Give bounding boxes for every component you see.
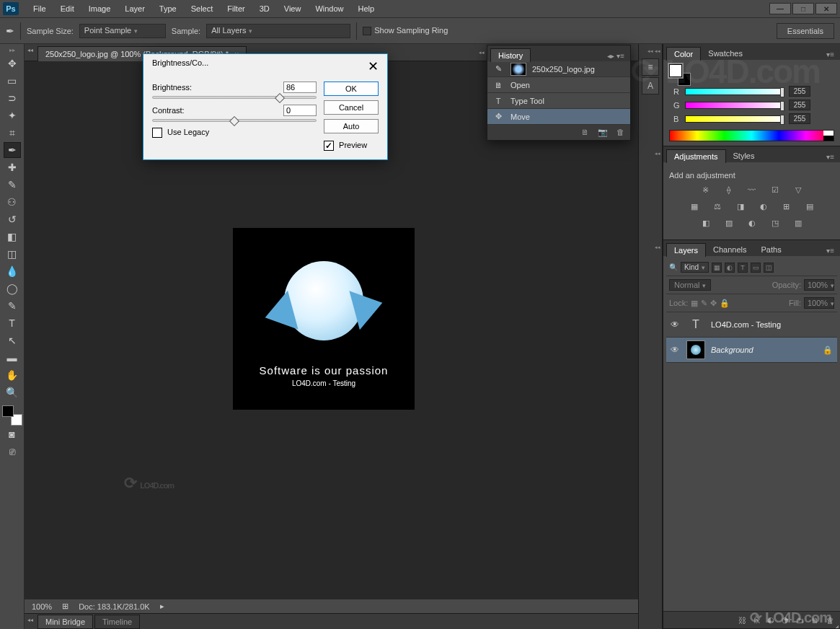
visibility-icon[interactable]: 👁 — [671, 320, 681, 330]
doc-indicator-icon[interactable]: ⊞ — [62, 602, 68, 611]
adj-posterize-icon[interactable]: ▨ — [722, 219, 735, 228]
tab-history[interactable]: History — [490, 48, 531, 62]
opacity-value[interactable]: 100% — [804, 279, 834, 291]
menu-image[interactable]: Image — [81, 1, 118, 16]
brightness-slider[interactable] — [152, 96, 317, 99]
zoom-tool[interactable]: 🔍 — [4, 384, 21, 400]
fill-value[interactable]: 100% — [804, 297, 834, 309]
blend-mode-select[interactable]: Normal — [669, 279, 711, 291]
window-minimize[interactable]: — — [769, 3, 791, 14]
auto-button[interactable]: Auto — [324, 119, 379, 133]
foreground-background-swatch[interactable] — [2, 405, 22, 426]
history-snapshot[interactable]: ✎ 250x250_logo.jpg — [487, 61, 630, 77]
window-close[interactable]: ✕ — [815, 3, 837, 14]
tab-styles[interactable]: Styles — [726, 149, 762, 162]
canvas[interactable]: Software is our passion LO4D.com - Testi… — [234, 229, 414, 409]
hand-tool[interactable]: ✋ — [4, 367, 21, 383]
tab-paths[interactable]: Paths — [754, 243, 789, 256]
brush-tool[interactable]: ✎ — [4, 177, 21, 193]
adj-lookup-icon[interactable]: ▤ — [803, 202, 816, 211]
history-item[interactable]: 🗎 Open — [487, 77, 630, 93]
lock-position-icon[interactable]: ✥ — [710, 299, 717, 308]
adj-vibrance-icon[interactable]: ▽ — [792, 185, 805, 195]
menu-filter[interactable]: Filter — [220, 1, 252, 16]
new-snapshot-icon[interactable]: 📷 — [598, 128, 608, 137]
dialog-close-icon[interactable]: ✕ — [368, 58, 379, 74]
workspace-button[interactable]: Essentials — [777, 23, 834, 39]
spectrum-picker[interactable] — [669, 130, 834, 141]
adj-invert-icon[interactable]: ◧ — [699, 219, 712, 228]
panel-menu-icon[interactable]: ▾≡ — [823, 245, 837, 256]
ok-button[interactable]: OK — [324, 82, 379, 96]
delete-layer-icon[interactable]: 🗑 — [826, 616, 834, 625]
eyedropper-tool[interactable]: ✒ — [4, 142, 21, 158]
sample-select[interactable]: All Layers — [206, 24, 350, 38]
history-item[interactable]: T Type Tool — [487, 93, 630, 109]
lock-pixels-icon[interactable]: ✎ — [701, 299, 707, 308]
adj-balance-icon[interactable]: ⚖ — [711, 202, 724, 211]
eraser-tool[interactable]: ◧ — [4, 229, 21, 245]
lock-all-icon[interactable]: 🔒 — [720, 299, 730, 308]
status-arrow-icon[interactable]: ▸ — [160, 602, 164, 611]
menu-file[interactable]: File — [26, 1, 53, 16]
history-panel[interactable]: History ◂▸ ▾≡ ✎ 250x250_logo.jpg 🗎 Open … — [487, 45, 631, 141]
show-sampling-ring-checkbox[interactable]: Show Sampling Ring — [363, 26, 448, 35]
move-tool[interactable]: ✥ — [4, 56, 21, 71]
screenmode-tool[interactable]: ⎚ — [4, 444, 21, 459]
gradient-tool[interactable]: ◫ — [4, 246, 21, 262]
panel-menu-icon[interactable]: ◂▸ ▾≡ — [604, 50, 627, 61]
visibility-icon[interactable]: 👁 — [671, 345, 681, 355]
dock-icon-1[interactable]: ≡ — [642, 58, 659, 76]
history-item[interactable]: ✥ Move — [487, 109, 630, 125]
lock-transparent-icon[interactable]: ▦ — [691, 299, 698, 308]
menu-3d[interactable]: 3D — [252, 1, 277, 16]
b-slider[interactable] — [685, 115, 784, 123]
window-maximize[interactable]: □ — [792, 3, 814, 14]
r-value[interactable]: 255 — [789, 86, 810, 97]
layer-name[interactable]: Background — [711, 346, 753, 354]
adj-exposure-icon[interactable]: ☑ — [769, 185, 782, 195]
brightness-contrast-dialog[interactable]: Brightness/Co... ✕ Brightness: Contrast:… — [143, 53, 388, 160]
heal-tool[interactable]: ✚ — [4, 159, 21, 175]
contrast-slider[interactable] — [152, 119, 317, 122]
menu-help[interactable]: Help — [351, 1, 382, 16]
adj-photo-filter-icon[interactable]: ◐ — [757, 202, 770, 211]
dodge-tool[interactable]: ◯ — [4, 281, 21, 296]
g-slider[interactable] — [685, 102, 784, 109]
marquee-tool[interactable]: ▭ — [4, 73, 21, 89]
layer-row[interactable]: 👁 Background 🔒 — [666, 338, 837, 363]
path-tool[interactable]: ↖ — [4, 333, 21, 348]
link-layers-icon[interactable]: ⛓ — [738, 616, 746, 625]
tab-adjustments[interactable]: Adjustments — [666, 149, 726, 163]
quickmask-tool[interactable]: ◙ — [4, 426, 21, 442]
layer-mask-icon[interactable]: ◐ — [767, 615, 774, 625]
adj-bw-icon[interactable]: ◨ — [734, 202, 747, 211]
tab-color[interactable]: Color — [666, 47, 701, 61]
cancel-button[interactable]: Cancel — [324, 100, 379, 115]
menu-layer[interactable]: Layer — [118, 1, 152, 16]
menu-view[interactable]: View — [277, 1, 309, 16]
adj-curves-icon[interactable]: 〰 — [746, 185, 759, 195]
shape-tool[interactable]: ▬ — [4, 350, 21, 366]
zoom-level[interactable]: 100% — [32, 602, 52, 611]
adj-threshold-icon[interactable]: ◐ — [746, 219, 759, 228]
contrast-input[interactable] — [283, 105, 317, 116]
layer-name[interactable]: LO4D.com - Testing — [711, 320, 781, 329]
g-value[interactable]: 255 — [789, 100, 810, 110]
color-mini-swatch[interactable] — [669, 64, 691, 86]
adj-selective-icon[interactable]: ◳ — [769, 219, 782, 228]
stamp-tool[interactable]: ⚇ — [4, 194, 21, 210]
filter-shape-icon[interactable]: ▭ — [751, 263, 761, 273]
use-legacy-checkbox[interactable] — [152, 128, 162, 138]
r-slider[interactable] — [685, 88, 784, 95]
adj-mixer-icon[interactable]: ⊞ — [780, 202, 793, 211]
filter-smart-icon[interactable]: ◫ — [764, 263, 774, 273]
layer-fx-icon[interactable]: fx — [753, 616, 760, 625]
fill-adjustment-icon[interactable]: ◑ — [782, 615, 789, 625]
filter-pixel-icon[interactable]: ▦ — [712, 263, 722, 273]
group-icon[interactable]: 🗀 — [796, 616, 804, 625]
adj-hue-icon[interactable]: ▦ — [688, 202, 701, 211]
menu-edit[interactable]: Edit — [53, 1, 81, 16]
tab-swatches[interactable]: Swatches — [701, 47, 750, 60]
adj-gradient-icon[interactable]: ▥ — [792, 219, 805, 228]
